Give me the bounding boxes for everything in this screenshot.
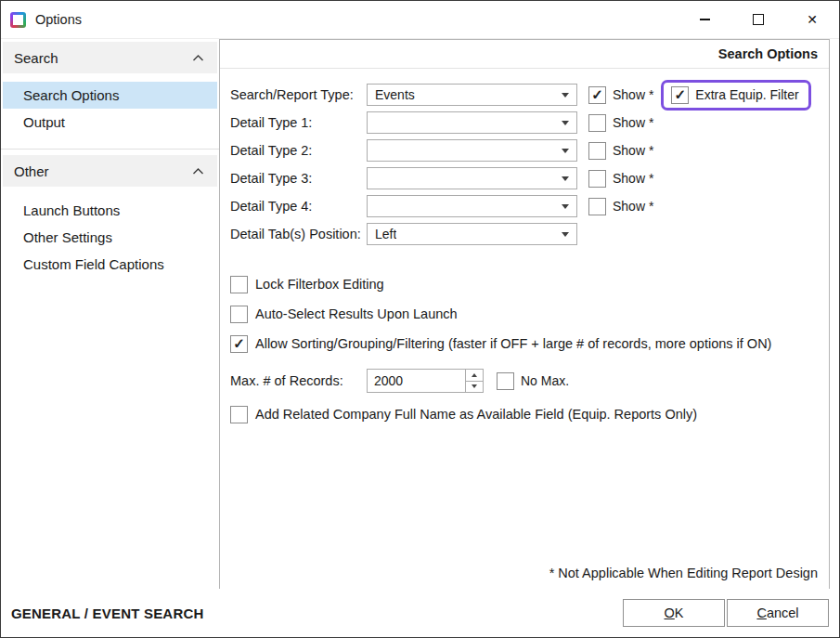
search-report-type-select[interactable]: Events bbox=[367, 84, 577, 106]
panel-header: Search Options bbox=[220, 40, 829, 69]
show-label: Show * bbox=[613, 115, 653, 130]
show-checkbox[interactable]: ✓ bbox=[588, 86, 606, 104]
search-report-type-row: Search/Report Type: Events ✓ Show * ✓ Ex… bbox=[230, 81, 829, 109]
sidebar-item-label: Output bbox=[23, 114, 65, 130]
search-options-form: Search/Report Type: Events ✓ Show * ✓ Ex… bbox=[220, 69, 829, 429]
sidebar-divider bbox=[1, 149, 219, 150]
spin-up-button[interactable] bbox=[466, 370, 483, 382]
spin-down-button[interactable] bbox=[466, 382, 483, 393]
ok-button[interactable]: OK bbox=[623, 599, 725, 627]
close-button[interactable]: ✕ bbox=[785, 1, 839, 38]
field-label: Search/Report Type: bbox=[230, 87, 367, 102]
option-checkboxes: Lock Filterbox Editing Auto-Select Resul… bbox=[230, 269, 829, 358]
search-options-panel: Search Options Search/Report Type: Event… bbox=[219, 39, 830, 591]
detail-type-2-row: Detail Type 2: Show * bbox=[230, 137, 829, 164]
sidebar-section-other[interactable]: Other bbox=[3, 155, 217, 187]
context-label: GENERAL / EVENT SEARCH bbox=[11, 605, 204, 621]
no-max-checkbox[interactable] bbox=[497, 372, 514, 390]
allow-sorting-row: ✓ Allow Sorting/Grouping/Filtering (fast… bbox=[230, 329, 829, 358]
checkmark-icon: ✓ bbox=[233, 336, 245, 350]
extra-equip-filter-checkbox[interactable]: ✓ bbox=[671, 86, 689, 104]
max-records-input[interactable]: 2000 bbox=[367, 369, 484, 393]
show-checkbox[interactable] bbox=[588, 170, 606, 188]
option-label: Allow Sorting/Grouping/Filtering (faster… bbox=[255, 336, 771, 351]
cancel-button[interactable]: Cancel bbox=[727, 599, 829, 627]
section-label: Search bbox=[14, 50, 58, 66]
detail-tabs-position-select[interactable]: Left bbox=[367, 223, 577, 245]
show-label: Show * bbox=[613, 199, 653, 214]
sidebar: Search Search Options Output Other Launc… bbox=[1, 39, 219, 589]
extra-equip-filter-highlight: ✓ Extra Equip. Filter bbox=[661, 80, 810, 111]
auto-select-results-checkbox[interactable] bbox=[230, 306, 248, 323]
select-value: Left bbox=[375, 227, 396, 241]
minimize-button[interactable] bbox=[678, 1, 731, 38]
detail-type-1-select[interactable] bbox=[367, 111, 577, 134]
option-label: Add Related Company Full Name as Availab… bbox=[255, 407, 697, 422]
footnote: * Not Applicable When Editing Report Des… bbox=[549, 566, 818, 580]
show-checkbox[interactable] bbox=[588, 198, 606, 215]
dropdown-arrow-icon bbox=[562, 232, 569, 237]
detail-tabs-position-row: Detail Tab(s) Position: Left bbox=[230, 220, 829, 248]
lock-filterbox-row: Lock Filterbox Editing bbox=[230, 269, 829, 299]
sidebar-item-other-settings[interactable]: Other Settings bbox=[3, 224, 217, 251]
detail-type-3-select[interactable] bbox=[367, 167, 577, 189]
sidebar-search-items: Search Options Output bbox=[1, 73, 219, 149]
section-label: Other bbox=[14, 163, 49, 179]
sidebar-item-launch-buttons[interactable]: Launch Buttons bbox=[3, 197, 217, 224]
checkmark-icon: ✓ bbox=[591, 87, 603, 101]
detail-type-3-row: Detail Type 3: Show * bbox=[230, 164, 829, 192]
detail-type-4-row: Detail Type 4: Show * bbox=[230, 192, 829, 220]
field-label: Max. # of Records: bbox=[230, 373, 367, 388]
sidebar-section-search[interactable]: Search bbox=[3, 42, 217, 73]
max-records-value: 2000 bbox=[368, 370, 465, 392]
no-max-label: No Max. bbox=[521, 373, 569, 388]
sidebar-item-label: Launch Buttons bbox=[23, 202, 120, 218]
detail-type-2-select[interactable] bbox=[367, 139, 577, 162]
sidebar-item-search-options[interactable]: Search Options bbox=[3, 82, 217, 109]
show-checkbox[interactable] bbox=[588, 114, 606, 132]
option-label: Lock Filterbox Editing bbox=[255, 277, 384, 292]
maximize-button[interactable] bbox=[731, 1, 785, 38]
sidebar-other-items: Launch Buttons Other Settings Custom Fie… bbox=[1, 187, 219, 291]
maximize-icon bbox=[753, 14, 764, 25]
detail-type-4-select[interactable] bbox=[367, 195, 577, 217]
app-icon bbox=[10, 12, 26, 28]
extra-equip-filter-label: Extra Equip. Filter bbox=[695, 87, 798, 102]
show-checkbox[interactable] bbox=[588, 142, 606, 160]
field-label: Detail Tab(s) Position: bbox=[230, 227, 367, 241]
dropdown-arrow-icon bbox=[562, 121, 569, 125]
auto-select-results-row: Auto-Select Results Upon Launch bbox=[230, 299, 829, 329]
dropdown-arrow-icon bbox=[562, 176, 569, 181]
dropdown-arrow-icon bbox=[562, 93, 569, 98]
add-related-company-row: Add Related Company Full Name as Availab… bbox=[230, 399, 829, 429]
close-icon: ✕ bbox=[807, 12, 818, 27]
footer: GENERAL / EVENT SEARCH OK Cancel bbox=[1, 589, 839, 637]
detail-type-1-row: Detail Type 1: Show * bbox=[230, 109, 829, 137]
options-dialog: Options ✕ Search Search Options Output bbox=[0, 0, 840, 638]
sidebar-item-custom-field-captions[interactable]: Custom Field Captions bbox=[3, 251, 217, 278]
option-label: Auto-Select Results Upon Launch bbox=[255, 306, 458, 321]
checkmark-icon: ✓ bbox=[675, 87, 687, 101]
button-label: ancel bbox=[767, 605, 799, 620]
minimize-icon bbox=[700, 19, 710, 20]
add-related-company-checkbox[interactable] bbox=[230, 406, 248, 423]
sidebar-item-output[interactable]: Output bbox=[3, 109, 217, 136]
window-controls: ✕ bbox=[678, 1, 839, 38]
field-label: Detail Type 2: bbox=[230, 143, 367, 158]
window-title: Options bbox=[35, 12, 82, 27]
field-label: Detail Type 1: bbox=[230, 115, 367, 130]
lock-filterbox-checkbox[interactable] bbox=[230, 276, 248, 293]
chevron-up-icon bbox=[192, 54, 204, 62]
show-label: Show * bbox=[613, 143, 653, 158]
button-label: C bbox=[756, 605, 766, 620]
footer-buttons: OK Cancel bbox=[623, 599, 829, 627]
field-label: Detail Type 3: bbox=[230, 171, 367, 186]
button-label: O bbox=[665, 605, 675, 620]
titlebar: Options ✕ bbox=[1, 1, 839, 39]
spinner-buttons bbox=[465, 370, 483, 392]
button-label: K bbox=[675, 605, 684, 620]
field-label: Detail Type 4: bbox=[230, 199, 367, 214]
dropdown-arrow-icon bbox=[562, 204, 569, 209]
panel-title: Search Options bbox=[718, 46, 818, 61]
allow-sorting-checkbox[interactable]: ✓ bbox=[230, 335, 248, 353]
